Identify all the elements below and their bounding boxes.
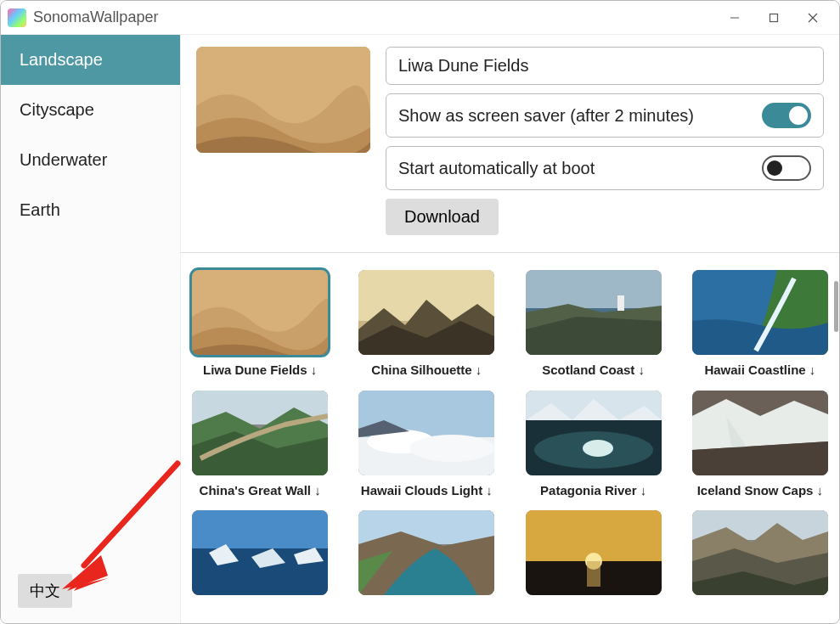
wallpaper-thumb: [692, 510, 828, 595]
wallpaper-card[interactable]: Patagonia River ↓: [523, 391, 664, 499]
sidebar-item-label: Cityscape: [20, 100, 94, 119]
sidebar-item-label: Landscape: [20, 50, 103, 69]
wallpaper-card[interactable]: Scotland Coast ↓: [523, 270, 664, 379]
wallpaper-label: Patagonia River ↓: [523, 482, 664, 499]
boot-label: Start automatically at boot: [398, 159, 595, 178]
titlebar: SonomaWallpaper: [1, 1, 839, 35]
maximize-icon: [769, 13, 779, 23]
close-button[interactable]: [793, 1, 832, 35]
window-title: SonomaWallpaper: [33, 8, 158, 26]
wallpaper-thumb: [192, 510, 328, 595]
wallpaper-label: Liwa Dune Fields ↓: [189, 362, 330, 379]
details-panel: Liwa Dune Fields Show as screen saver (a…: [181, 35, 839, 253]
minimize-button[interactable]: [715, 1, 754, 35]
sidebar: Landscape Cityscape Underwater Earth 中文: [1, 35, 181, 623]
svg-point-20: [583, 440, 613, 457]
wallpaper-label: Hawaii Coastline ↓: [690, 362, 831, 379]
sidebar-item-label: Underwater: [20, 150, 107, 169]
sidebar-item-earth[interactable]: Earth: [1, 185, 180, 235]
wallpaper-card[interactable]: China Silhouette ↓: [356, 270, 497, 379]
wallpaper-card[interactable]: [189, 510, 330, 602]
wallpaper-name-value: Liwa Dune Fields: [398, 56, 528, 76]
wallpaper-card[interactable]: Hawaii Clouds Light ↓: [356, 391, 497, 499]
wallpaper-thumb: [526, 270, 662, 355]
sidebar-item-landscape[interactable]: Landscape: [1, 35, 180, 85]
screensaver-toggle[interactable]: [762, 103, 811, 128]
svg-rect-31: [587, 561, 600, 587]
boot-toggle[interactable]: [762, 155, 811, 181]
wallpaper-thumb: [358, 510, 494, 595]
content-area: Liwa Dune Fields Show as screen saver (a…: [181, 35, 839, 623]
wallpaper-name-field[interactable]: Liwa Dune Fields: [386, 47, 824, 85]
wallpaper-card[interactable]: [356, 510, 497, 602]
window-controls: [715, 1, 832, 35]
wallpaper-card[interactable]: Iceland Snow Caps ↓: [690, 391, 831, 499]
wallpaper-grid: Liwa Dune Fields ↓China Silhouette ↓Scot…: [189, 270, 831, 602]
screensaver-label: Show as screen saver (after 2 minutes): [398, 106, 694, 126]
wallpaper-card[interactable]: Hawaii Coastline ↓: [690, 270, 831, 379]
svg-point-17: [409, 435, 494, 462]
svg-rect-11: [617, 295, 624, 311]
wallpaper-thumb: [358, 391, 494, 475]
download-button[interactable]: Download: [386, 199, 499, 235]
wallpaper-card[interactable]: [523, 510, 664, 602]
close-icon: [808, 13, 818, 23]
wallpaper-card[interactable]: Liwa Dune Fields ↓: [189, 270, 330, 379]
language-button-label: 中文: [30, 582, 60, 599]
wallpaper-card[interactable]: China's Great Wall ↓: [189, 391, 330, 499]
preview-image: [196, 47, 370, 153]
sidebar-item-label: Earth: [20, 200, 60, 219]
wallpaper-grid-scroll[interactable]: Liwa Dune Fields ↓China Silhouette ↓Scot…: [181, 253, 839, 623]
wallpaper-thumb: [692, 391, 828, 475]
language-button[interactable]: 中文: [18, 574, 72, 608]
wallpaper-card[interactable]: [690, 510, 831, 602]
wallpaper-thumb: [692, 270, 828, 355]
wallpaper-label: Scotland Coast ↓: [523, 362, 664, 379]
maximize-button[interactable]: [754, 1, 793, 35]
wallpaper-label: China Silhouette ↓: [356, 362, 497, 379]
app-window: SonomaWallpaper Landscape Cityscape Unde…: [0, 0, 840, 624]
scrollbar-thumb[interactable]: [834, 281, 838, 332]
wallpaper-thumb: [526, 510, 662, 595]
wallpaper-label: China's Great Wall ↓: [189, 482, 330, 499]
svg-rect-22: [192, 510, 328, 548]
wallpaper-thumb: [526, 391, 662, 475]
annotation-arrow-icon: [59, 455, 186, 599]
svg-rect-1: [770, 14, 778, 21]
sidebar-item-underwater[interactable]: Underwater: [1, 135, 180, 185]
svg-rect-9: [526, 270, 662, 308]
wallpaper-label: Iceland Snow Caps ↓: [690, 482, 831, 499]
wallpaper-label: Hawaii Clouds Light ↓: [356, 482, 497, 499]
boot-row: Start automatically at boot: [386, 146, 824, 190]
wallpaper-thumb: [358, 270, 494, 355]
wallpaper-thumb: [192, 391, 328, 475]
download-button-label: Download: [404, 207, 480, 226]
screensaver-row: Show as screen saver (after 2 minutes): [386, 93, 824, 138]
wallpaper-thumb: [192, 270, 328, 355]
minimize-icon: [730, 13, 740, 23]
sidebar-item-cityscape[interactable]: Cityscape: [1, 85, 180, 135]
app-logo-icon: [8, 8, 26, 27]
settings-column: Liwa Dune Fields Show as screen saver (a…: [386, 47, 824, 235]
